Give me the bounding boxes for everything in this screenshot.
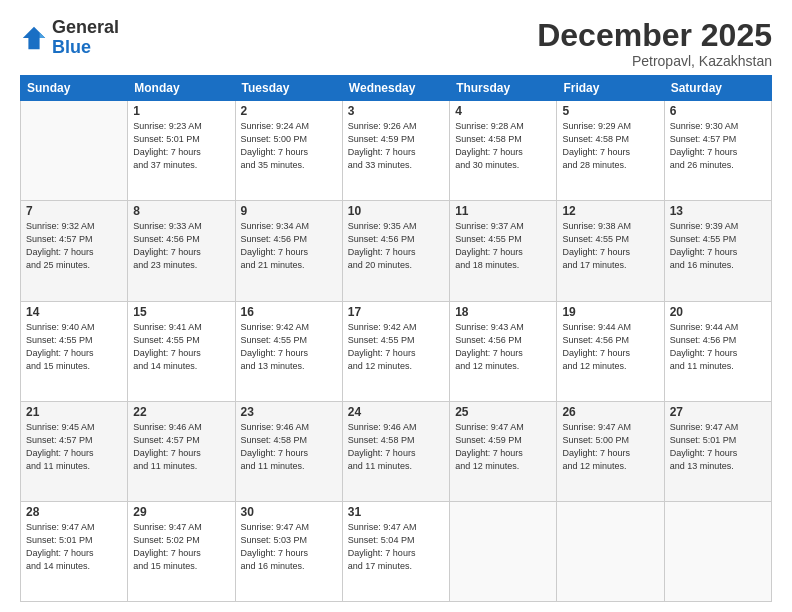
calendar-cell: 7Sunrise: 9:32 AM Sunset: 4:57 PM Daylig… bbox=[21, 201, 128, 301]
calendar-cell: 3Sunrise: 9:26 AM Sunset: 4:59 PM Daylig… bbox=[342, 101, 449, 201]
day-info: Sunrise: 9:38 AM Sunset: 4:55 PM Dayligh… bbox=[562, 220, 658, 272]
col-tuesday: Tuesday bbox=[235, 76, 342, 101]
svg-marker-1 bbox=[40, 32, 46, 38]
calendar-cell: 1Sunrise: 9:23 AM Sunset: 5:01 PM Daylig… bbox=[128, 101, 235, 201]
calendar-cell bbox=[450, 501, 557, 601]
day-info: Sunrise: 9:47 AM Sunset: 4:59 PM Dayligh… bbox=[455, 421, 551, 473]
day-number: 6 bbox=[670, 104, 766, 118]
day-info: Sunrise: 9:47 AM Sunset: 5:03 PM Dayligh… bbox=[241, 521, 337, 573]
day-info: Sunrise: 9:43 AM Sunset: 4:56 PM Dayligh… bbox=[455, 321, 551, 373]
day-number: 30 bbox=[241, 505, 337, 519]
day-info: Sunrise: 9:47 AM Sunset: 5:02 PM Dayligh… bbox=[133, 521, 229, 573]
calendar-cell: 13Sunrise: 9:39 AM Sunset: 4:55 PM Dayli… bbox=[664, 201, 771, 301]
day-info: Sunrise: 9:23 AM Sunset: 5:01 PM Dayligh… bbox=[133, 120, 229, 172]
day-number: 16 bbox=[241, 305, 337, 319]
calendar-cell: 2Sunrise: 9:24 AM Sunset: 5:00 PM Daylig… bbox=[235, 101, 342, 201]
calendar-cell: 24Sunrise: 9:46 AM Sunset: 4:58 PM Dayli… bbox=[342, 401, 449, 501]
day-info: Sunrise: 9:37 AM Sunset: 4:55 PM Dayligh… bbox=[455, 220, 551, 272]
calendar-cell: 22Sunrise: 9:46 AM Sunset: 4:57 PM Dayli… bbox=[128, 401, 235, 501]
calendar-cell: 30Sunrise: 9:47 AM Sunset: 5:03 PM Dayli… bbox=[235, 501, 342, 601]
calendar-week-row-1: 1Sunrise: 9:23 AM Sunset: 5:01 PM Daylig… bbox=[21, 101, 772, 201]
day-info: Sunrise: 9:33 AM Sunset: 4:56 PM Dayligh… bbox=[133, 220, 229, 272]
day-info: Sunrise: 9:47 AM Sunset: 5:00 PM Dayligh… bbox=[562, 421, 658, 473]
day-info: Sunrise: 9:46 AM Sunset: 4:58 PM Dayligh… bbox=[348, 421, 444, 473]
day-number: 1 bbox=[133, 104, 229, 118]
day-info: Sunrise: 9:39 AM Sunset: 4:55 PM Dayligh… bbox=[670, 220, 766, 272]
calendar-cell: 18Sunrise: 9:43 AM Sunset: 4:56 PM Dayli… bbox=[450, 301, 557, 401]
day-info: Sunrise: 9:32 AM Sunset: 4:57 PM Dayligh… bbox=[26, 220, 122, 272]
day-number: 12 bbox=[562, 204, 658, 218]
day-number: 27 bbox=[670, 405, 766, 419]
day-info: Sunrise: 9:46 AM Sunset: 4:58 PM Dayligh… bbox=[241, 421, 337, 473]
day-number: 15 bbox=[133, 305, 229, 319]
calendar-cell: 10Sunrise: 9:35 AM Sunset: 4:56 PM Dayli… bbox=[342, 201, 449, 301]
day-info: Sunrise: 9:29 AM Sunset: 4:58 PM Dayligh… bbox=[562, 120, 658, 172]
col-wednesday: Wednesday bbox=[342, 76, 449, 101]
calendar-cell: 25Sunrise: 9:47 AM Sunset: 4:59 PM Dayli… bbox=[450, 401, 557, 501]
calendar-cell: 21Sunrise: 9:45 AM Sunset: 4:57 PM Dayli… bbox=[21, 401, 128, 501]
day-info: Sunrise: 9:47 AM Sunset: 5:01 PM Dayligh… bbox=[26, 521, 122, 573]
page: General Blue December 2025 Petropavl, Ka… bbox=[0, 0, 792, 612]
day-info: Sunrise: 9:26 AM Sunset: 4:59 PM Dayligh… bbox=[348, 120, 444, 172]
calendar-cell: 31Sunrise: 9:47 AM Sunset: 5:04 PM Dayli… bbox=[342, 501, 449, 601]
day-number: 29 bbox=[133, 505, 229, 519]
day-number: 10 bbox=[348, 204, 444, 218]
day-number: 31 bbox=[348, 505, 444, 519]
title-block: December 2025 Petropavl, Kazakhstan bbox=[537, 18, 772, 69]
day-info: Sunrise: 9:28 AM Sunset: 4:58 PM Dayligh… bbox=[455, 120, 551, 172]
day-number: 5 bbox=[562, 104, 658, 118]
day-info: Sunrise: 9:47 AM Sunset: 5:04 PM Dayligh… bbox=[348, 521, 444, 573]
calendar-cell: 8Sunrise: 9:33 AM Sunset: 4:56 PM Daylig… bbox=[128, 201, 235, 301]
month-title: December 2025 bbox=[537, 18, 772, 53]
calendar-cell: 9Sunrise: 9:34 AM Sunset: 4:56 PM Daylig… bbox=[235, 201, 342, 301]
day-number: 11 bbox=[455, 204, 551, 218]
calendar-cell: 28Sunrise: 9:47 AM Sunset: 5:01 PM Dayli… bbox=[21, 501, 128, 601]
day-info: Sunrise: 9:42 AM Sunset: 4:55 PM Dayligh… bbox=[348, 321, 444, 373]
calendar-week-row-2: 7Sunrise: 9:32 AM Sunset: 4:57 PM Daylig… bbox=[21, 201, 772, 301]
day-info: Sunrise: 9:42 AM Sunset: 4:55 PM Dayligh… bbox=[241, 321, 337, 373]
calendar-week-row-4: 21Sunrise: 9:45 AM Sunset: 4:57 PM Dayli… bbox=[21, 401, 772, 501]
col-monday: Monday bbox=[128, 76, 235, 101]
col-friday: Friday bbox=[557, 76, 664, 101]
calendar-cell: 27Sunrise: 9:47 AM Sunset: 5:01 PM Dayli… bbox=[664, 401, 771, 501]
calendar-cell: 23Sunrise: 9:46 AM Sunset: 4:58 PM Dayli… bbox=[235, 401, 342, 501]
calendar-cell bbox=[664, 501, 771, 601]
calendar-cell: 29Sunrise: 9:47 AM Sunset: 5:02 PM Dayli… bbox=[128, 501, 235, 601]
calendar-cell: 6Sunrise: 9:30 AM Sunset: 4:57 PM Daylig… bbox=[664, 101, 771, 201]
day-number: 20 bbox=[670, 305, 766, 319]
logo-blue-text: Blue bbox=[52, 38, 119, 58]
col-thursday: Thursday bbox=[450, 76, 557, 101]
day-info: Sunrise: 9:40 AM Sunset: 4:55 PM Dayligh… bbox=[26, 321, 122, 373]
day-number: 24 bbox=[348, 405, 444, 419]
calendar-cell: 19Sunrise: 9:44 AM Sunset: 4:56 PM Dayli… bbox=[557, 301, 664, 401]
day-info: Sunrise: 9:35 AM Sunset: 4:56 PM Dayligh… bbox=[348, 220, 444, 272]
calendar-header-row: Sunday Monday Tuesday Wednesday Thursday… bbox=[21, 76, 772, 101]
calendar-cell: 26Sunrise: 9:47 AM Sunset: 5:00 PM Dayli… bbox=[557, 401, 664, 501]
day-number: 13 bbox=[670, 204, 766, 218]
day-number: 8 bbox=[133, 204, 229, 218]
location-subtitle: Petropavl, Kazakhstan bbox=[537, 53, 772, 69]
logo-icon bbox=[20, 24, 48, 52]
day-info: Sunrise: 9:44 AM Sunset: 4:56 PM Dayligh… bbox=[670, 321, 766, 373]
day-number: 18 bbox=[455, 305, 551, 319]
day-info: Sunrise: 9:30 AM Sunset: 4:57 PM Dayligh… bbox=[670, 120, 766, 172]
calendar-cell: 15Sunrise: 9:41 AM Sunset: 4:55 PM Dayli… bbox=[128, 301, 235, 401]
day-number: 19 bbox=[562, 305, 658, 319]
calendar-cell: 16Sunrise: 9:42 AM Sunset: 4:55 PM Dayli… bbox=[235, 301, 342, 401]
day-info: Sunrise: 9:44 AM Sunset: 4:56 PM Dayligh… bbox=[562, 321, 658, 373]
day-info: Sunrise: 9:34 AM Sunset: 4:56 PM Dayligh… bbox=[241, 220, 337, 272]
day-number: 22 bbox=[133, 405, 229, 419]
day-number: 4 bbox=[455, 104, 551, 118]
day-number: 23 bbox=[241, 405, 337, 419]
day-number: 17 bbox=[348, 305, 444, 319]
logo: General Blue bbox=[20, 18, 119, 58]
day-number: 7 bbox=[26, 204, 122, 218]
logo-general-text: General bbox=[52, 18, 119, 38]
day-number: 21 bbox=[26, 405, 122, 419]
day-info: Sunrise: 9:46 AM Sunset: 4:57 PM Dayligh… bbox=[133, 421, 229, 473]
day-number: 3 bbox=[348, 104, 444, 118]
calendar-cell: 11Sunrise: 9:37 AM Sunset: 4:55 PM Dayli… bbox=[450, 201, 557, 301]
calendar-table: Sunday Monday Tuesday Wednesday Thursday… bbox=[20, 75, 772, 602]
calendar-week-row-3: 14Sunrise: 9:40 AM Sunset: 4:55 PM Dayli… bbox=[21, 301, 772, 401]
day-info: Sunrise: 9:45 AM Sunset: 4:57 PM Dayligh… bbox=[26, 421, 122, 473]
